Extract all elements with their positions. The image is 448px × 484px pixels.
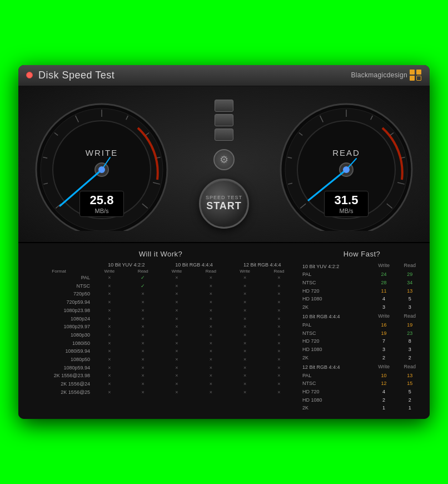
check-cell: ×	[126, 290, 160, 299]
check-cell: ×	[160, 307, 194, 315]
check-cell: ×	[228, 323, 262, 332]
how-fast-table: 10 Bit YUV 4:2:2WriteReadPAL2429NTSC2834…	[301, 261, 423, 413]
check-cell: ×	[262, 388, 296, 397]
check-cell: ×	[160, 381, 194, 389]
hf-value: 19	[371, 329, 397, 338]
col-rgb12-write: Write	[228, 268, 262, 274]
check-cell: ×	[262, 290, 296, 299]
format-cell: PAL	[25, 274, 93, 283]
check-cell: ×	[193, 372, 228, 381]
table-row: 2K 1556@23.98××××××	[25, 372, 296, 381]
col-yuv-write: Write	[93, 268, 126, 274]
check-cell: ×	[93, 274, 126, 283]
will-it-work-table: 10 Bit YUV 4:2:2 10 Bit RGB 4:4:4 12 Bit…	[25, 261, 296, 397]
hf-row: NTSC1923	[301, 329, 423, 338]
hf-value: 8	[397, 338, 423, 346]
check-cell: ×	[160, 315, 194, 323]
check-cell: ×	[228, 282, 262, 290]
hf-row: HD 108045	[301, 295, 423, 304]
check-cell: ×	[228, 372, 262, 381]
check-cell: ×	[262, 372, 296, 381]
check-cell: ×	[193, 315, 228, 323]
hf-value: 10	[371, 372, 397, 380]
hf-value: 4	[371, 295, 397, 304]
check-cell: ×	[228, 339, 262, 348]
check-cell: ×	[93, 388, 126, 397]
check-cell: ×	[193, 388, 228, 397]
hf-value: 13	[397, 372, 423, 380]
check-cell: ×	[126, 331, 160, 339]
check-cell: ×	[160, 331, 194, 339]
hf-row: HD 72078	[301, 338, 423, 346]
hf-format: HD 720	[301, 287, 371, 295]
close-button[interactable]	[26, 72, 33, 78]
check-cell: ×	[193, 348, 228, 356]
hf-format: NTSC	[301, 380, 371, 388]
format-cell: 1080i59.94	[25, 348, 93, 356]
col-rgb10-write: Write	[160, 268, 194, 274]
hf-value: 4	[371, 388, 397, 396]
start-label-top: SPEED TEST	[206, 195, 242, 201]
check-cell: ×	[193, 290, 228, 299]
hf-value: 11	[371, 287, 397, 295]
group-header: 12 Bit RGB 4:4:4	[301, 362, 371, 372]
hf-value: 3	[371, 345, 397, 354]
format-btn-3[interactable]	[215, 129, 233, 141]
brand-squares	[410, 70, 422, 81]
format-btn-1[interactable]	[215, 100, 233, 112]
table-row: PAL×✓××××	[25, 274, 296, 283]
center-controls: ⚙ SPEED TEST START	[199, 100, 249, 229]
check-cell: ×	[93, 282, 126, 290]
format-cell: 720p59.94	[25, 299, 93, 307]
check-cell: ×	[262, 364, 296, 372]
format-cell: 1080p29.97	[25, 323, 93, 332]
check-cell: ×	[262, 282, 296, 290]
check-cell: ×	[262, 323, 296, 332]
format-cell: NTSC	[25, 282, 93, 290]
how-fast-header: How Fast?	[301, 248, 423, 261]
check-cell: ×	[126, 348, 160, 356]
check-cell: ×	[126, 299, 160, 307]
hf-row: 2K22	[301, 354, 423, 362]
start-button[interactable]: SPEED TEST START	[199, 179, 249, 229]
hf-value: 5	[397, 388, 423, 396]
table-row: 1080i50××××××	[25, 339, 296, 348]
check-cell: ×	[262, 355, 296, 364]
check-cell: ×	[160, 290, 194, 299]
hf-value: 29	[397, 271, 423, 279]
format-cell: 1080p23.98	[25, 307, 93, 315]
hf-format: 2K	[301, 404, 371, 413]
hf-value: 2	[397, 354, 423, 362]
will-it-work-header: Will it Work?	[25, 248, 296, 261]
hf-format: 2K	[301, 354, 371, 362]
format-btn-2[interactable]	[215, 114, 233, 126]
check-cell: ×	[126, 388, 160, 397]
hf-row: 2K11	[301, 404, 423, 413]
format-cell: 720p50	[25, 290, 93, 299]
data-section: Will it Work? 10 Bit YUV 4:2:2 10 Bit RG…	[18, 243, 430, 419]
hf-row: PAL1619	[301, 321, 423, 329]
hf-value: 3	[397, 304, 423, 312]
check-cell: ×	[193, 381, 228, 389]
format-cell: 2K 1556@24	[25, 381, 93, 389]
check-cell: ×	[262, 315, 296, 323]
check-cell: ×	[93, 372, 126, 381]
brand-sq-4	[416, 76, 421, 81]
hf-value: 12	[371, 380, 397, 388]
hf-value: 34	[397, 279, 423, 287]
start-label-main: START	[206, 200, 242, 212]
hf-value: 2	[371, 354, 397, 362]
table-row: 2K 1556@25××××××	[25, 388, 296, 397]
check-cell: ×	[160, 323, 194, 332]
table-row: 1080p24××××××	[25, 315, 296, 323]
hf-row: HD 108033	[301, 345, 423, 354]
hf-value: 5	[397, 295, 423, 304]
check-cell: ×	[193, 282, 228, 290]
settings-button[interactable]: ⚙	[213, 149, 235, 170]
hf-row: NTSC1215	[301, 380, 423, 388]
check-cell: ×	[228, 331, 262, 339]
write-label: WRITE	[86, 148, 118, 157]
check-cell: ×	[228, 355, 262, 364]
format-cell: 1080p59.94	[25, 364, 93, 372]
col-format: Format	[25, 268, 93, 274]
